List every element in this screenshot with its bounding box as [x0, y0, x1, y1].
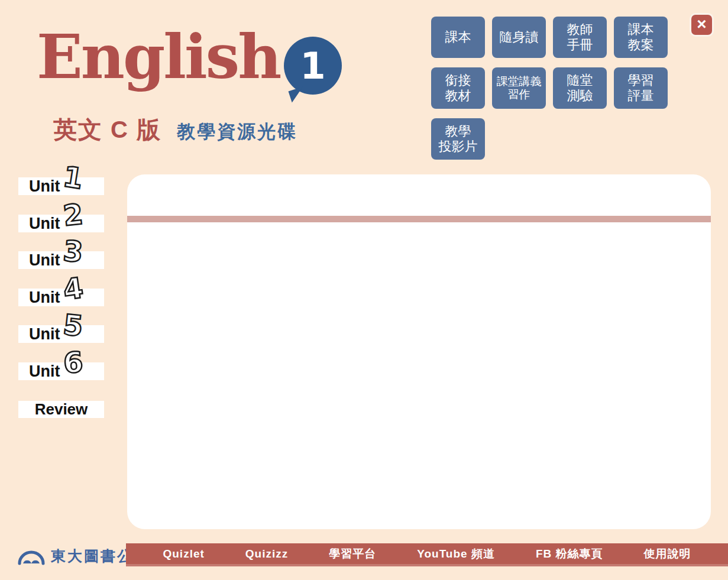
- level-badge: 1: [284, 37, 342, 95]
- sidebar-item-review[interactable]: Review: [18, 401, 104, 418]
- button-textbook[interactable]: 課本: [431, 17, 485, 58]
- unit-number: 4: [62, 273, 85, 304]
- unit-number: 6: [63, 348, 84, 377]
- button-class-handouts-workbook[interactable]: 課堂講義 習作: [492, 67, 546, 109]
- sidebar-item-unit-5[interactable]: Unit 5: [18, 325, 104, 343]
- resource-button-grid: 課本 隨身讀 教師 手冊 課本 教案 銜接 教材 課堂講義 習作 隨堂 測驗 學…: [431, 17, 668, 160]
- review-label: Review: [35, 400, 88, 419]
- content-panel: [127, 174, 711, 529]
- unit-number: 5: [62, 310, 85, 340]
- sidebar-item-unit-4[interactable]: Unit 4: [18, 289, 104, 306]
- unit-label: Unit: [29, 362, 60, 381]
- button-learning-assessment[interactable]: 學習 評量: [614, 67, 668, 109]
- unit-number: 2: [62, 199, 85, 229]
- publisher-arch-icon: [18, 546, 45, 565]
- app-logo: English: [37, 24, 297, 90]
- level-number: 1: [300, 44, 325, 88]
- sidebar-item-unit-1[interactable]: Unit 1: [18, 177, 104, 195]
- sidebar-item-unit-2[interactable]: Unit 2: [18, 215, 104, 232]
- unit-label: Unit: [29, 325, 60, 344]
- sidebar-item-unit-3[interactable]: Unit 3: [18, 251, 104, 269]
- unit-number: 3: [62, 236, 84, 267]
- content-divider: [127, 216, 711, 222]
- button-quizzes[interactable]: 隨堂 測驗: [553, 67, 607, 109]
- close-button[interactable]: ×: [690, 13, 714, 37]
- button-teaching-slides[interactable]: 教學 投影片: [431, 118, 485, 160]
- sidebar-item-unit-6[interactable]: Unit 6: [18, 362, 104, 380]
- button-lesson-plans[interactable]: 課本 教案: [614, 17, 668, 58]
- series-subtitle: 教學資源光碟: [177, 119, 297, 144]
- unit-label: Unit: [29, 289, 60, 307]
- footer-link-quizlet[interactable]: Quizlet: [163, 547, 204, 560]
- series-title: 英文 C 版: [53, 114, 161, 146]
- unit-number: 1: [61, 162, 85, 193]
- button-bridging-materials[interactable]: 銜接 教材: [431, 67, 485, 109]
- button-pocket-reader[interactable]: 隨身讀: [492, 17, 546, 58]
- footer-link-fb-fanpage[interactable]: FB 粉絲專頁: [536, 546, 603, 562]
- close-icon: ×: [697, 16, 706, 33]
- brand-block: English 1 英文 C 版 教學資源光碟: [37, 24, 297, 146]
- footer-link-quizizz[interactable]: Quizizz: [245, 547, 288, 560]
- app-window: { "header": { "logo_text": "English", "l…: [0, 0, 728, 580]
- unit-label: Unit: [29, 215, 60, 233]
- footer-link-bar: Quizlet Quizizz 學習平台 YouTube 頻道 FB 粉絲專頁 …: [126, 543, 728, 566]
- unit-label: Unit: [29, 251, 60, 270]
- button-teacher-manual[interactable]: 教師 手冊: [553, 17, 607, 58]
- footer-link-youtube-channel[interactable]: YouTube 頻道: [417, 546, 495, 562]
- footer-link-learning-platform[interactable]: 學習平台: [329, 546, 376, 562]
- footer-link-user-guide[interactable]: 使用說明: [643, 546, 691, 562]
- unit-label: Unit: [29, 177, 60, 196]
